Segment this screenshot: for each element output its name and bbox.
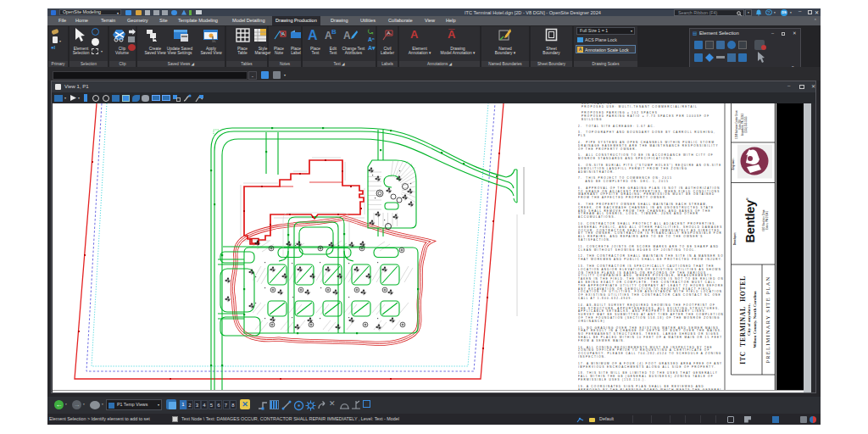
svg-text:A: A — [387, 31, 391, 36]
svg-text:A: A — [281, 31, 285, 36]
